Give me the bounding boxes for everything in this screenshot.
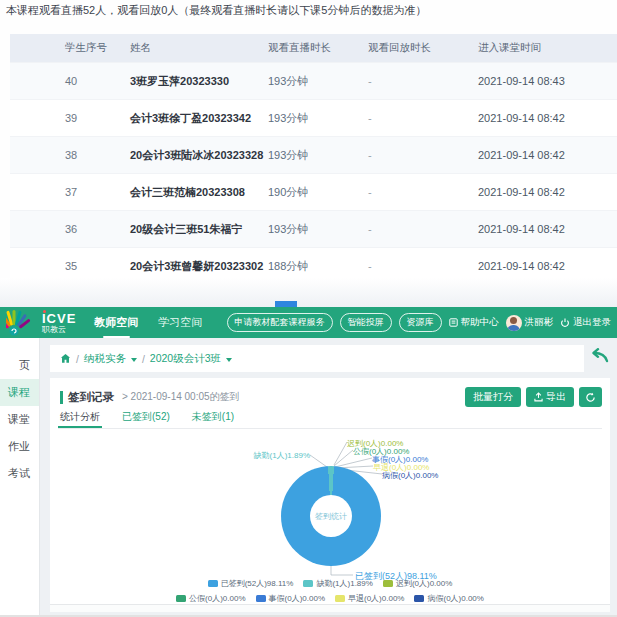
cell-live-duration: 193分钟 bbox=[268, 222, 368, 237]
batch-grade-button[interactable]: 批量打分 bbox=[465, 387, 521, 407]
smart-screencast-button[interactable]: 智能投屏 bbox=[340, 313, 392, 332]
legend-swatch bbox=[256, 595, 266, 602]
breadcrumb-course-link[interactable]: 纳税实务 bbox=[84, 352, 126, 366]
signin-record-subtitle: > 2021-09-14 00:05的签到 bbox=[122, 390, 240, 404]
nav-link-teacher-space[interactable]: 教师空间 bbox=[94, 315, 138, 330]
legend-item-signed-in[interactable]: 已签到(52人)98.11% bbox=[208, 578, 294, 589]
sidebar-item-home[interactable]: 页 bbox=[0, 352, 39, 379]
brand-text: ICVE 职教云 bbox=[42, 312, 76, 334]
cell-live-duration: 188分钟 bbox=[268, 259, 368, 274]
back-arrow-icon bbox=[589, 348, 609, 363]
cell-enter-time: 2021-09-14 08:42 bbox=[478, 223, 617, 235]
caret-down-icon[interactable] bbox=[226, 358, 232, 362]
cell-enter-time: 2021-09-14 08:42 bbox=[478, 149, 617, 161]
col-header-live-duration: 观看直播时长 bbox=[268, 41, 368, 55]
cell-name: 20会计3班曾馨妍20323302 bbox=[130, 259, 268, 274]
viewing-table: 学生序号 姓名 观看直播时长 观看回放时长 进入课堂时间 40 3班罗玉萍203… bbox=[10, 34, 617, 284]
cell-name: 会计三班范楠20323308 bbox=[130, 185, 268, 200]
cell-enter-time: 2021-09-14 08:42 bbox=[478, 186, 617, 198]
brand-title: ICVE bbox=[42, 312, 76, 325]
cell-name: 3班罗玉萍20323330 bbox=[130, 74, 268, 89]
cell-serial: 35 bbox=[65, 260, 130, 272]
legend-swatch bbox=[303, 580, 313, 587]
tab-signed-in[interactable]: 已签到(52) bbox=[120, 410, 172, 428]
cell-live-duration: 190分钟 bbox=[268, 185, 368, 200]
donut-chart[interactable]: 签到统计 bbox=[281, 466, 381, 566]
table-row: 36 20级会计三班51朱福宁 193分钟 - 2021-09-14 08:42 bbox=[10, 210, 617, 247]
cell-serial: 37 bbox=[65, 186, 130, 198]
legend-label: 缺勤(1人)1.89% bbox=[316, 578, 372, 589]
top-navbar: ICVE 职教云 教师空间 学习空间 申请教材配套课程服务 智能投屏 资源库 帮… bbox=[0, 307, 617, 338]
cell-replay-duration: - bbox=[368, 260, 478, 272]
cell-serial: 39 bbox=[65, 112, 130, 124]
cell-enter-time: 2021-09-14 08:42 bbox=[478, 260, 617, 272]
col-header-serial: 学生序号 bbox=[65, 41, 130, 55]
export-icon bbox=[534, 392, 543, 402]
refresh-button[interactable] bbox=[579, 387, 602, 407]
apply-textbook-service-button[interactable]: 申请教材配套课程服务 bbox=[227, 313, 333, 332]
cell-replay-duration: - bbox=[368, 223, 478, 235]
help-center-label: 帮助中心 bbox=[461, 316, 499, 329]
sidebar-item-exam[interactable]: 考试 bbox=[0, 460, 39, 487]
sidebar-item-classroom[interactable]: 课堂 bbox=[0, 406, 39, 433]
legend-item-personal-leave[interactable]: 事假(0人)0.00% bbox=[256, 593, 325, 604]
cell-enter-time: 2021-09-14 08:42 bbox=[478, 112, 617, 124]
legend-swatch bbox=[335, 595, 345, 602]
legend-row: 公假(0人)0.00% 事假(0人)0.00% 早退(0人)0.00% bbox=[50, 593, 610, 604]
accent-bar bbox=[60, 391, 63, 404]
signin-record-card: 签到记录 > 2021-09-14 00:05的签到 批量打分 导出 bbox=[50, 378, 610, 612]
table-row: 40 3班罗玉萍20323330 193分钟 - 2021-09-14 08:4… bbox=[10, 62, 617, 99]
caret-down-icon[interactable] bbox=[131, 358, 137, 362]
callout-absent: 缺勤(1人)1.89% bbox=[248, 450, 310, 461]
home-icon[interactable] bbox=[60, 353, 71, 364]
left-sidebar: 页 课程 课堂 作业 考试 bbox=[0, 338, 40, 615]
cell-replay-duration: - bbox=[368, 149, 478, 161]
nav-links: 教师空间 学习空间 bbox=[94, 315, 202, 330]
col-header-enter-time: 进入课堂时间 bbox=[478, 41, 617, 55]
power-icon bbox=[560, 318, 570, 328]
export-button-label: 导出 bbox=[546, 390, 566, 404]
legend-item-late[interactable]: 迟到(0人)0.00% bbox=[383, 578, 452, 589]
sidebar-item-homework[interactable]: 作业 bbox=[0, 433, 39, 460]
icve-logo[interactable]: ICVE 职教云 bbox=[6, 310, 76, 336]
cell-live-duration: 193分钟 bbox=[268, 111, 368, 126]
viewing-table-header: 学生序号 姓名 观看直播时长 观看回放时长 进入课堂时间 bbox=[10, 34, 617, 62]
donut-center-label: 签到统计 bbox=[315, 511, 347, 522]
legend-item-early-leave[interactable]: 早退(0人)0.00% bbox=[335, 593, 404, 604]
signin-card-header: 签到记录 > 2021-09-14 00:05的签到 批量打分 导出 bbox=[60, 387, 602, 407]
legend-swatch bbox=[414, 595, 424, 602]
legend-item-sick-leave[interactable]: 病假(0人)0.00% bbox=[414, 593, 483, 604]
logout-label: 退出登录 bbox=[573, 316, 611, 329]
sidebar-item-courses[interactable]: 课程 bbox=[0, 379, 39, 406]
breadcrumb: / 纳税实务 / 2020级会计3班 bbox=[50, 345, 584, 372]
export-button[interactable]: 导出 bbox=[526, 387, 574, 407]
legend-label: 公假(0人)0.00% bbox=[189, 593, 245, 604]
signin-tabs: 统计分析 已签到(52) 未签到(1) bbox=[58, 410, 602, 429]
nav-link-learning-space[interactable]: 学习空间 bbox=[158, 315, 202, 330]
donut-center: 签到统计 bbox=[310, 495, 352, 537]
refresh-icon bbox=[585, 392, 596, 403]
legend-item-absent[interactable]: 缺勤(1人)1.89% bbox=[303, 578, 372, 589]
user-menu[interactable]: 洪丽彬 bbox=[506, 315, 554, 331]
avatar bbox=[506, 315, 522, 331]
cell-serial: 36 bbox=[65, 223, 130, 235]
signin-chart-area: 签到统计 缺勤(1人)1.89% 迟到(0人)0.00% 公假(0人)0.00%… bbox=[50, 428, 610, 612]
cell-replay-duration: - bbox=[368, 112, 478, 124]
card-footer-strip bbox=[50, 604, 610, 612]
breadcrumb-class-link[interactable]: 2020级会计3班 bbox=[150, 352, 221, 366]
navbar-right-actions: 申请教材配套课程服务 智能投屏 资源库 帮助中心 洪丽彬 bbox=[227, 313, 612, 332]
horizontal-scrollbar-track bbox=[0, 278, 617, 307]
cell-replay-duration: - bbox=[368, 186, 478, 198]
logout-button[interactable]: 退出登录 bbox=[560, 316, 611, 329]
tab-statistics[interactable]: 统计分析 bbox=[58, 410, 102, 428]
cell-replay-duration: - bbox=[368, 75, 478, 87]
back-button[interactable] bbox=[589, 348, 609, 367]
cell-serial: 40 bbox=[65, 75, 130, 87]
help-center-link[interactable]: 帮助中心 bbox=[449, 316, 499, 329]
legend-item-public-leave[interactable]: 公假(0人)0.00% bbox=[176, 593, 245, 604]
col-header-name: 姓名 bbox=[130, 41, 268, 55]
resource-library-button[interactable]: 资源库 bbox=[399, 313, 442, 332]
tab-not-signed-in[interactable]: 未签到(1) bbox=[190, 410, 236, 428]
legend-label: 迟到(0人)0.00% bbox=[396, 578, 452, 589]
legend-label: 事假(0人)0.00% bbox=[269, 593, 325, 604]
